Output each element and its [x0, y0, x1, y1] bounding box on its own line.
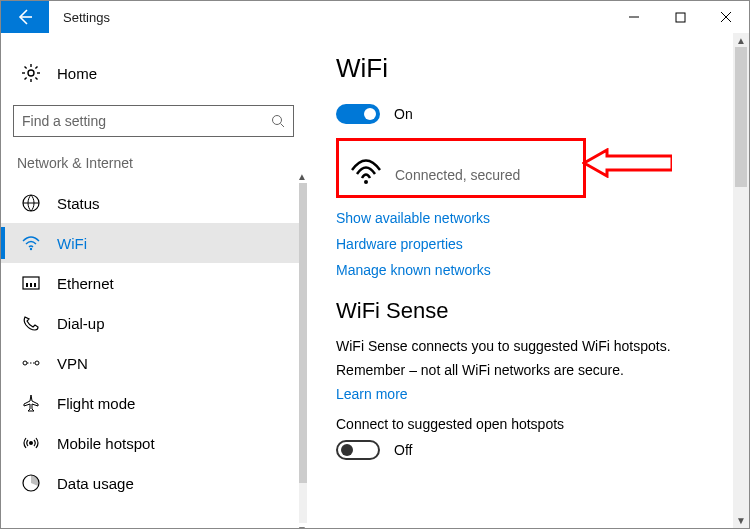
sidebar-item-label: Dial-up — [57, 315, 105, 332]
ethernet-icon — [21, 273, 41, 293]
svg-point-4 — [28, 70, 34, 76]
gear-icon — [21, 63, 41, 83]
network-status-text: Connected, secured — [395, 167, 520, 185]
wifi-icon — [21, 233, 41, 253]
sidebar-item-flight-mode[interactable]: Flight mode — [1, 383, 306, 423]
sidebar-item-label: Mobile hotspot — [57, 435, 155, 452]
suggested-hotspots-toggle-row: Off — [336, 440, 729, 460]
svg-line-12 — [35, 67, 37, 69]
sidebar-item-label: WiFi — [57, 235, 87, 252]
hotspot-icon — [21, 433, 41, 453]
svg-point-26 — [364, 180, 368, 184]
annotation-arrow-icon — [582, 148, 672, 178]
svg-line-11 — [25, 77, 27, 79]
current-network-box: Connected, secured — [336, 138, 586, 198]
sidebar-item-label: Ethernet — [57, 275, 114, 292]
sidebar-item-label: VPN — [57, 355, 88, 372]
minimize-icon — [628, 11, 640, 23]
category-header: Network & Internet — [17, 155, 294, 171]
maximize-button[interactable] — [657, 1, 703, 33]
sidebar-item-wifi[interactable]: WiFi — [1, 223, 306, 263]
svg-point-13 — [273, 116, 282, 125]
close-icon — [720, 11, 732, 23]
manage-known-networks-link[interactable]: Manage known networks — [336, 262, 729, 278]
sidebar-item-label: Flight mode — [57, 395, 135, 412]
sidebar-item-label: Data usage — [57, 475, 134, 492]
data-usage-icon — [21, 473, 41, 493]
scrollbar-thumb[interactable] — [735, 47, 747, 187]
wifi-sense-title: WiFi Sense — [336, 298, 729, 324]
svg-rect-20 — [34, 283, 36, 287]
current-network-item[interactable]: Connected, secured — [351, 157, 575, 185]
svg-line-10 — [35, 77, 37, 79]
sidebar-item-label: Status — [57, 195, 100, 212]
scroll-up-icon: ▲ — [736, 35, 746, 46]
back-arrow-icon — [15, 7, 35, 27]
svg-rect-18 — [26, 283, 28, 287]
maximize-icon — [675, 12, 686, 23]
sidebar-item-status[interactable]: Status — [1, 183, 306, 223]
suggested-hotspots-toggle[interactable] — [336, 440, 380, 460]
svg-point-21 — [23, 361, 27, 365]
wifi-toggle-row: On — [336, 104, 729, 124]
page-title: WiFi — [336, 53, 729, 84]
sidebar-item-dialup[interactable]: Dial-up — [1, 303, 306, 343]
close-button[interactable] — [703, 1, 749, 33]
toggle-label: On — [394, 106, 413, 122]
scroll-down-icon: ▼ — [736, 515, 746, 526]
back-button[interactable] — [1, 1, 49, 33]
main-scrollbar[interactable]: ▲ ▼ — [733, 33, 749, 528]
wifi-toggle[interactable] — [336, 104, 380, 124]
svg-rect-1 — [676, 13, 685, 22]
search-box[interactable] — [13, 105, 294, 137]
show-available-networks-link[interactable]: Show available networks — [336, 210, 729, 226]
vpn-icon — [21, 353, 41, 373]
status-icon — [21, 193, 41, 213]
search-input[interactable] — [22, 113, 271, 129]
sidebar: Home Network & Internet Status WiFi Ethe… — [1, 33, 306, 528]
connect-suggested-label: Connect to suggested open hotspots — [336, 416, 729, 432]
svg-point-22 — [35, 361, 39, 365]
titlebar: Settings — [1, 1, 749, 33]
svg-rect-19 — [30, 283, 32, 287]
airplane-icon — [21, 393, 41, 413]
dialup-icon — [21, 313, 41, 333]
wifi-signal-icon — [351, 157, 381, 185]
svg-line-9 — [25, 67, 27, 69]
minimize-button[interactable] — [611, 1, 657, 33]
nav-list: Status WiFi Ethernet Dial-up VPN Flight … — [1, 183, 306, 503]
wifi-sense-description: WiFi Sense connects you to suggested WiF… — [336, 338, 729, 354]
svg-line-14 — [281, 124, 285, 128]
sidebar-item-vpn[interactable]: VPN — [1, 343, 306, 383]
main-panel: WiFi On Connected, secured Show availabl… — [306, 33, 749, 528]
svg-point-24 — [29, 441, 33, 445]
sidebar-item-ethernet[interactable]: Ethernet — [1, 263, 306, 303]
wifi-sense-warning: Remember – not all WiFi networks are sec… — [336, 362, 729, 378]
home-button[interactable]: Home — [13, 53, 294, 93]
svg-point-16 — [30, 248, 32, 250]
window-controls — [611, 1, 749, 33]
home-label: Home — [57, 65, 97, 82]
learn-more-link[interactable]: Learn more — [336, 386, 729, 402]
sidebar-item-mobile-hotspot[interactable]: Mobile hotspot — [1, 423, 306, 463]
hardware-properties-link[interactable]: Hardware properties — [336, 236, 729, 252]
sidebar-item-data-usage[interactable]: Data usage — [1, 463, 306, 503]
toggle-label: Off — [394, 442, 412, 458]
window-title: Settings — [49, 1, 110, 33]
search-icon — [271, 114, 285, 128]
